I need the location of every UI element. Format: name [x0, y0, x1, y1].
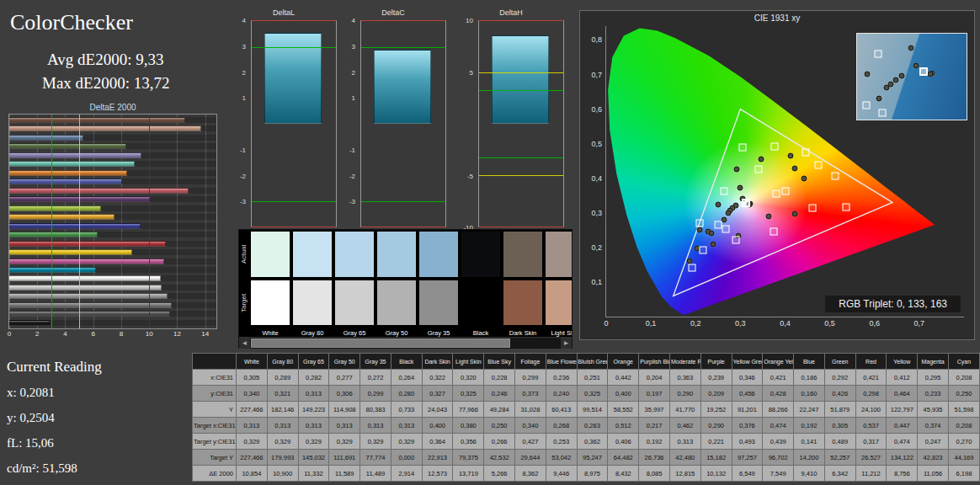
scroll-left-icon[interactable]: ◄: [239, 338, 250, 349]
table-cell: 0,268: [546, 418, 577, 434]
swatch-scrollbar[interactable]: ◄ ►: [239, 337, 572, 348]
table-cell: 0,489: [824, 434, 855, 450]
table-cell: 0,239: [700, 370, 732, 386]
target-point: [720, 188, 727, 195]
deltae-bar-track: [9, 196, 216, 202]
table-cell: 0,325: [453, 386, 484, 402]
table-cell: 11,489: [360, 466, 391, 482]
table-cell: 99,514: [577, 402, 608, 418]
swatch-column: Gray 65: [335, 232, 374, 338]
x-axis-tick-label: 0,5: [824, 317, 835, 328]
scroll-right-icon[interactable]: ►: [561, 338, 572, 349]
actual-swatch: [293, 232, 332, 277]
table-cell: 0,346: [732, 370, 763, 386]
x-axis-tick-label: 0,6: [869, 317, 880, 328]
table-column-header: Red: [855, 354, 887, 370]
delta-l-chart: DeltaL 4321-1-2-3: [229, 7, 338, 227]
table-column-header: Dark Skin: [422, 354, 453, 370]
target-point: [722, 226, 730, 233]
table-cell: 6,342: [824, 466, 855, 482]
table-cell: 0,299: [360, 386, 391, 402]
deltae-bar-chart: DeltaE 2000 02468101214: [5, 101, 221, 340]
table-cell: 0,221: [700, 434, 732, 450]
table-cell: 11,589: [329, 466, 360, 482]
table-cell: 0,186: [794, 370, 825, 386]
table-cell: 42,532: [484, 450, 515, 466]
table-cell: 0,340: [237, 386, 268, 402]
table-cell: 0,493: [732, 434, 763, 450]
table-cell: 0,290: [700, 418, 732, 434]
table-cell: 0,363: [669, 370, 700, 386]
table-cell: 8,432: [608, 466, 639, 482]
table-cell: 0,374: [918, 418, 949, 434]
table-cell: 35,997: [639, 402, 670, 418]
x-axis-tick-label: 0,7: [914, 317, 925, 328]
table-cell: 0,313: [298, 418, 329, 434]
table-cell: 0,456: [732, 386, 763, 402]
table-cell: 0,380: [453, 418, 484, 434]
actual-swatch: [503, 232, 542, 277]
table-cell: 0,292: [824, 370, 855, 386]
max-de2000-value: Max dE2000: 13,72: [42, 74, 169, 93]
table-cell: 0,299: [515, 370, 546, 386]
delta-bar: [492, 35, 549, 124]
deltae-axis-tick-label: 2: [35, 330, 39, 338]
y-axis-tick-label: 0,4: [591, 174, 606, 183]
measured-point: [801, 175, 807, 181]
table-cell: 179,993: [267, 450, 298, 466]
table-cell: 14,200: [794, 450, 825, 466]
table-header-row: WhiteGray 80Gray 65Gray 50Gray 35BlackDa…: [193, 354, 980, 370]
table-cell: 0,313: [267, 418, 298, 434]
deltae-bar-track: [9, 275, 216, 281]
table-cell: 7,549: [763, 466, 794, 482]
swatch-column: Black: [461, 232, 500, 338]
table-cell: 0,192: [639, 434, 670, 450]
reading-cdm2: cd/m²: 51,598: [7, 461, 77, 476]
table-cell: 0,208: [948, 370, 979, 386]
target-point: [695, 220, 703, 227]
swatch-panel: Actual Target WhiteGray 80Gray 65Gray 50…: [238, 229, 573, 349]
target-point: [770, 142, 778, 150]
table-cell: 95,247: [577, 450, 608, 466]
table-cell: 64,482: [608, 450, 639, 466]
delta-c-wrap: 4321-1-2-3: [338, 20, 448, 227]
table-cell: 10,132: [700, 466, 732, 482]
limit-line: [361, 47, 445, 48]
table-cell: 0,376: [732, 418, 763, 434]
table-column-header: Blue: [794, 354, 825, 370]
table-cell: 0,474: [763, 418, 794, 434]
scrollbar-thumb[interactable]: [251, 338, 510, 348]
table-cell: 114,908: [329, 402, 360, 418]
actual-swatch: [251, 232, 290, 277]
table-cell: 0,362: [577, 434, 608, 450]
table-column-header: White: [237, 354, 268, 370]
table-column-header: Orange Yellow: [763, 354, 794, 370]
table-cell: 227,466: [237, 450, 268, 466]
table-cell: 0,322: [422, 370, 453, 386]
table-cell: 0,406: [608, 434, 639, 450]
target-swatch: [461, 280, 500, 326]
table-cell: 0,264: [391, 370, 422, 386]
deltae-bar-track: [9, 311, 216, 317]
table-cell: 0,272: [360, 370, 391, 386]
table-cell: 0,329: [329, 434, 360, 450]
deltae-axis-tick-label: 4: [63, 330, 67, 338]
table-cell: 5,266: [484, 466, 515, 482]
measured-point: [716, 201, 722, 207]
axis-tick-label: 4: [242, 17, 246, 24]
table-row: Target Y227,466179,993145,032111,69177,7…: [193, 450, 980, 466]
table-cell: 0,290: [669, 386, 700, 402]
table-cell: 77,774: [360, 450, 391, 466]
target-point: [732, 237, 740, 244]
deltae-bar: [9, 311, 170, 317]
deltae-bar-track: [9, 232, 216, 237]
deltae-bar-track: [9, 170, 216, 176]
swatch-column: White: [251, 232, 290, 338]
inset-target-point: [874, 51, 881, 58]
y-axis-tick-label: 0,7: [591, 71, 606, 79]
table-cell: 0,228: [484, 370, 515, 386]
table-cell: 51,879: [824, 402, 855, 418]
table-cell: 0,160: [794, 386, 825, 402]
table-cell: 0,313: [298, 386, 329, 402]
table-cell: 88,266: [763, 402, 794, 418]
